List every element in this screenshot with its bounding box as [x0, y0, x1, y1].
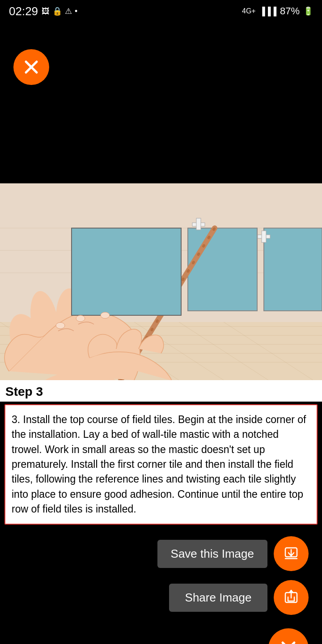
top-area — [0, 22, 322, 183]
share-image-label-button[interactable]: Share Image — [169, 584, 267, 612]
svg-point-34 — [76, 315, 85, 322]
warning-icon: ⚠ — [65, 6, 72, 16]
tile-illustration — [0, 183, 322, 380]
step-description-text: 3. Install the top course of field tiles… — [12, 412, 310, 517]
svg-rect-32 — [72, 228, 181, 315]
svg-rect-19 — [188, 228, 257, 311]
share-image-circle-button[interactable] — [274, 580, 309, 615]
share-icon — [283, 589, 300, 606]
battery-icon: 🔋 — [303, 6, 313, 16]
close-bottom-icon — [278, 638, 299, 644]
svg-rect-22 — [262, 231, 266, 242]
svg-rect-24 — [196, 218, 201, 230]
status-left: 02:29 🖼 🔒 ⚠ • — [9, 4, 77, 18]
step-label-text: Step 3 — [5, 385, 43, 398]
svg-rect-20 — [264, 228, 322, 311]
save-icon — [283, 545, 300, 562]
lock-icon: 🔒 — [52, 6, 62, 16]
battery-text: 87% — [280, 5, 300, 17]
status-right: 4G+ ▐▐▐ 87% 🔋 — [242, 5, 313, 17]
dot-icon: • — [75, 7, 77, 16]
status-bar: 02:29 🖼 🔒 ⚠ • 4G+ ▐▐▐ 87% 🔋 — [0, 0, 322, 22]
save-image-row: Save this Image — [157, 536, 309, 571]
step-label: Step 3 — [0, 380, 322, 402]
svg-point-35 — [101, 312, 110, 318]
actions-area: Save this Image Share Image — [0, 527, 322, 644]
save-image-circle-button[interactable] — [274, 536, 309, 571]
photo-icon: 🖼 — [42, 7, 50, 16]
status-icons: 🖼 🔒 ⚠ • — [42, 6, 77, 16]
close-top-icon — [22, 58, 40, 76]
status-time: 02:29 — [9, 4, 38, 18]
share-image-row: Share Image — [169, 580, 309, 615]
step-description-box: 3. Install the top course of field tiles… — [4, 404, 318, 525]
signal-text: 4G+ — [242, 7, 256, 15]
illustration — [0, 183, 322, 380]
close-bottom-button[interactable] — [268, 628, 309, 644]
svg-point-33 — [56, 322, 65, 329]
close-top-button[interactable] — [13, 49, 49, 85]
signal-bars-icon: ▐▐▐ — [259, 7, 276, 16]
save-image-label-button[interactable]: Save this Image — [157, 540, 267, 568]
